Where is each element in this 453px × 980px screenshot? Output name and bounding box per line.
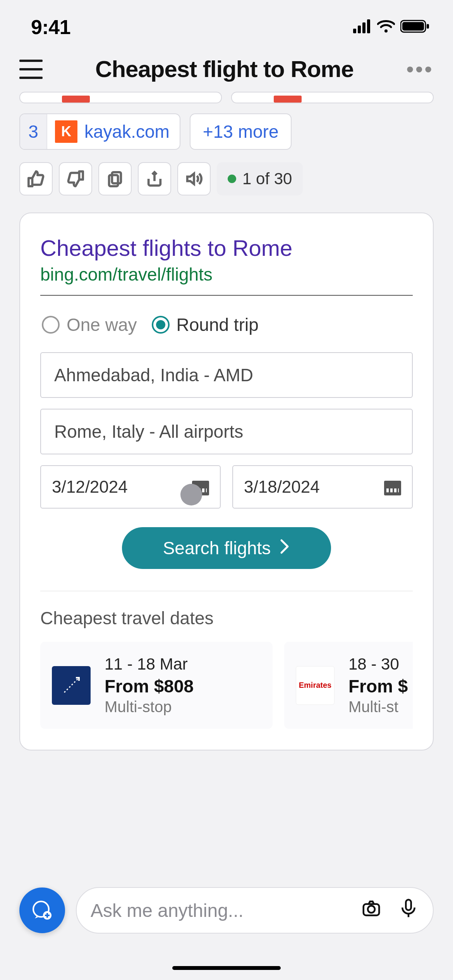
deal-dates: 18 - 30 <box>348 655 408 673</box>
cellular-icon <box>353 19 372 35</box>
emirates-logo-icon: Emirates <box>296 666 335 705</box>
one-way-label: One way <box>67 314 137 335</box>
radio-unselected-icon <box>42 316 60 334</box>
svg-rect-14 <box>406 899 411 910</box>
deal-price: From $808 <box>105 676 194 697</box>
deal-card[interactable]: 11 - 18 Mar From $808 Multi-stop <box>40 642 273 729</box>
origin-input[interactable]: Ahmedabad, India - AMD <box>40 352 413 398</box>
home-indicator <box>172 966 281 970</box>
share-button[interactable] <box>138 162 171 195</box>
deal-dates: 11 - 18 Mar <box>105 655 194 673</box>
deal-card[interactable]: Emirates 18 - 30 From $ Multi-st <box>284 642 413 729</box>
wifi-icon <box>377 19 395 35</box>
counter-text: 1 of 30 <box>242 170 292 188</box>
more-button[interactable]: ••• <box>406 58 434 80</box>
chip-label: kayak.com <box>84 121 180 142</box>
thumbs-up-button[interactable] <box>19 162 53 195</box>
feedback-actions-row: 1 of 30 <box>19 162 434 195</box>
flight-search-card: Cheapest flights to Rome bing.com/travel… <box>19 212 434 750</box>
copy-button[interactable] <box>98 162 132 195</box>
nav-bar: Cheapest flight to Rome ••• <box>0 46 453 92</box>
source-chip-partial[interactable] <box>231 92 434 103</box>
cheapest-dates-label: Cheapest travel dates <box>40 608 413 629</box>
depart-date-value: 3/12/2024 <box>52 477 128 497</box>
status-dot-icon <box>228 175 236 183</box>
status-bar: 9:41 <box>0 0 453 46</box>
dates-row: 3/12/2024 3/18/2024 <box>40 465 413 509</box>
ask-placeholder: Ask me anything... <box>91 900 244 921</box>
svg-point-13 <box>368 906 375 913</box>
thumbs-down-button[interactable] <box>59 162 92 195</box>
destination-input[interactable]: Rome, Italy - All airports <box>40 409 413 454</box>
one-way-option[interactable]: One way <box>42 314 137 335</box>
touch-indicator <box>180 484 202 505</box>
svg-rect-2 <box>362 22 365 33</box>
divider <box>40 295 413 296</box>
ask-input[interactable]: Ask me anything... <box>76 887 434 934</box>
microphone-icon[interactable] <box>398 898 419 923</box>
chip-rank: 3 <box>20 114 47 149</box>
battery-icon <box>400 19 430 35</box>
svg-rect-1 <box>358 26 361 33</box>
search-flights-button[interactable]: Search flights <box>122 527 331 569</box>
card-url[interactable]: bing.com/travel/flights <box>40 264 413 285</box>
result-counter[interactable]: 1 of 30 <box>217 162 303 195</box>
round-trip-option[interactable]: Round trip <box>152 314 259 335</box>
source-chips-row: 3 K kayak.com +13 more <box>19 113 434 150</box>
svg-rect-7 <box>427 24 429 29</box>
source-chip-kayak[interactable]: 3 K kayak.com <box>19 113 180 150</box>
deal-price: From $ <box>348 676 408 697</box>
svg-point-4 <box>384 29 388 33</box>
chevron-right-icon <box>279 538 290 559</box>
source-chip-partial[interactable] <box>19 92 222 103</box>
status-icons <box>353 19 430 35</box>
airline-logo-icon <box>52 666 91 705</box>
more-sources-chip[interactable]: +13 more <box>190 113 292 150</box>
bottom-bar: Ask me anything... <box>0 887 453 934</box>
svg-rect-0 <box>353 29 356 33</box>
read-aloud-button[interactable] <box>177 162 211 195</box>
deal-stops: Multi-st <box>348 698 408 716</box>
camera-icon[interactable] <box>361 898 382 923</box>
divider <box>40 591 413 591</box>
page-title: Cheapest flight to Rome <box>95 56 353 82</box>
chip-label: +13 more <box>203 121 279 142</box>
svg-rect-3 <box>367 19 370 33</box>
calendar-icon <box>384 478 401 495</box>
status-time: 9:41 <box>31 15 70 39</box>
deals-row[interactable]: 11 - 18 Mar From $808 Multi-stop Emirate… <box>40 642 413 750</box>
new-chat-button[interactable] <box>19 887 65 933</box>
return-date-value: 3/18/2024 <box>244 477 320 497</box>
search-button-label: Search flights <box>163 538 271 559</box>
return-date-input[interactable]: 3/18/2024 <box>232 465 413 509</box>
svg-rect-9 <box>109 175 118 186</box>
card-title[interactable]: Cheapest flights to Rome <box>40 235 413 261</box>
round-trip-label: Round trip <box>177 314 259 335</box>
menu-button[interactable] <box>19 60 43 79</box>
trip-type-selector: One way Round trip <box>40 314 413 335</box>
radio-selected-icon <box>152 316 170 334</box>
source-chips-row-partial <box>19 92 434 103</box>
deal-stops: Multi-stop <box>105 698 194 716</box>
kayak-logo-icon: K <box>55 120 77 143</box>
svg-rect-6 <box>402 22 424 31</box>
svg-rect-8 <box>112 172 121 183</box>
